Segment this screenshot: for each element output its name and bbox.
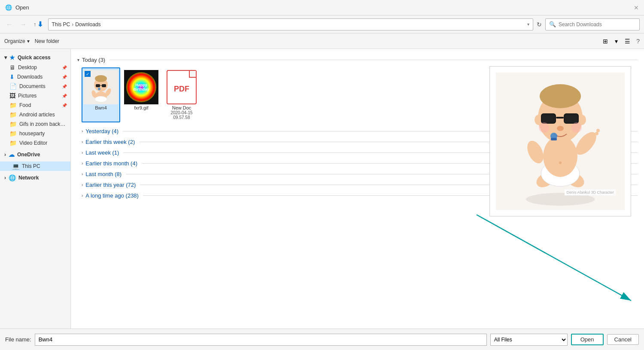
pin-icon-dl: 📌 xyxy=(62,75,67,79)
app-icon: 🌐 xyxy=(5,4,12,11)
today-group-header[interactable]: ▾ Today (3) xyxy=(77,56,638,64)
search-icon: 🔍 xyxy=(549,21,556,27)
long-ago-label: A long time ago (238) xyxy=(85,192,139,199)
network-label: Network xyxy=(18,175,39,181)
svg-rect-5 xyxy=(96,84,100,87)
teal-arrow-svg xyxy=(472,210,644,305)
filename-input[interactable] xyxy=(35,334,487,346)
forward-button[interactable]: → xyxy=(18,20,28,29)
food-folder-icon: 📁 xyxy=(9,102,17,109)
desktop-icon: 🖥 xyxy=(9,64,15,71)
actionbar: Organize ▾ New folder ⊞ ▾ ☰ ? xyxy=(0,33,644,49)
svg-rect-31 xyxy=(542,114,555,123)
organize-arrow: ▾ xyxy=(27,38,30,44)
thispc-label: This PC xyxy=(22,163,67,169)
earlier-week-chevron: › xyxy=(82,140,83,144)
open-button[interactable]: Open xyxy=(571,334,604,345)
baby-preview-panel: Denis Alankul 3D Character xyxy=(489,66,631,216)
earlier-week-label: Earlier this week (2) xyxy=(85,139,135,145)
file-item-fxr9[interactable]: HappyBirthday fxr9.gif xyxy=(122,67,161,122)
view-controls: ⊞ ▾ ☰ ? xyxy=(600,36,640,46)
last-week-label: Last week (1) xyxy=(85,149,119,156)
sidebar-item-desktop-label: Desktop xyxy=(18,64,59,70)
refresh-button[interactable]: ↻ xyxy=(537,21,542,28)
network-chevron: › xyxy=(4,175,6,181)
filetype-select[interactable]: All Files xyxy=(490,334,568,346)
breadcrumb-dropdown-icon[interactable]: ▾ xyxy=(527,22,529,27)
thispc-section: 💻 This PC xyxy=(0,161,70,171)
search-input[interactable] xyxy=(559,21,636,27)
quick-access-chevron: ▾ xyxy=(4,55,7,61)
gifs-folder-icon: 📁 xyxy=(9,121,17,128)
onedrive-chevron: › xyxy=(4,152,6,158)
sidebar-item-videoeditor[interactable]: 📁 Video Editor xyxy=(0,138,70,148)
earlier-month-chevron: › xyxy=(82,161,83,166)
sidebar-item-gifs[interactable]: 📁 Gifs in zoom backg… xyxy=(0,119,70,129)
network-icon: 🌐 xyxy=(9,174,16,181)
svg-point-22 xyxy=(596,129,600,132)
window-title: Open xyxy=(15,4,29,11)
sidebar-item-pictures[interactable]: 🖼 Pictures 📌 xyxy=(0,91,70,100)
documents-icon: 📄 xyxy=(9,83,17,90)
sidebar-item-houseparty-label: houseparty xyxy=(19,131,67,137)
sidebar-item-thispc[interactable]: 💻 This PC xyxy=(0,161,70,171)
svg-point-38 xyxy=(539,122,549,133)
svg-point-27 xyxy=(560,88,577,100)
onedrive-header[interactable]: › ☁ OneDrive xyxy=(0,149,70,160)
view-dropdown-button[interactable]: ▾ xyxy=(612,36,620,46)
android-folder-icon: 📁 xyxy=(9,111,17,118)
network-section: › 🌐 Network xyxy=(0,173,70,183)
sidebar-item-videoeditor-label: Video Editor xyxy=(19,140,67,146)
network-header[interactable]: › 🌐 Network xyxy=(0,173,70,183)
view-large-icon-button[interactable]: ⊞ xyxy=(600,36,611,46)
file-label-bwn4: Bwn4 xyxy=(95,105,107,110)
svg-point-26 xyxy=(543,88,560,100)
file-sublabel-newdoc: 2020-04-1509.57.58 xyxy=(170,110,192,120)
file-checkbox-bwn4[interactable]: ✓ xyxy=(85,71,91,77)
file-item-bwn4[interactable]: ✓ xyxy=(82,67,120,122)
cancel-button[interactable]: Cancel xyxy=(607,334,639,345)
yesterday-label: Yesterday (4) xyxy=(85,128,118,134)
pin-icon: 📌 xyxy=(62,65,67,70)
quick-access-header[interactable]: ▾ ★ Quick access xyxy=(0,52,70,63)
sidebar-item-android[interactable]: 📁 Android articles xyxy=(0,110,70,119)
new-folder-button[interactable]: New folder xyxy=(35,38,59,44)
sidebar-item-food[interactable]: 📁 Food 📌 xyxy=(0,100,70,110)
sidebar-item-downloads[interactable]: ⬇ Downloads 📌 xyxy=(0,72,70,82)
earlier-year-chevron: › xyxy=(82,183,83,187)
toolbar: ← → ↑ ⬇ This PC › Downloads ▾ ↻ 🔍 xyxy=(0,15,644,33)
today-chevron: ▾ xyxy=(77,58,79,62)
svg-point-2 xyxy=(95,96,107,102)
svg-point-4 xyxy=(95,75,107,82)
pdf-icon: PDF xyxy=(167,70,197,104)
breadcrumb-downloads: Downloads xyxy=(75,21,100,27)
sidebar-item-houseparty[interactable]: 📁 houseparty xyxy=(0,129,70,138)
onedrive-section: › ☁ OneDrive xyxy=(0,149,70,160)
up-button[interactable]: ↑ ⬇ xyxy=(32,19,45,29)
pdf-fold xyxy=(189,71,196,78)
quick-access-section: ▾ ★ Quick access 🖥 Desktop 📌 ⬇ Downloads… xyxy=(0,52,70,148)
sidebar-item-desktop[interactable]: 🖥 Desktop 📌 xyxy=(0,63,70,72)
filename-label: File name: xyxy=(5,336,31,343)
breadcrumb[interactable]: This PC › Downloads ▾ xyxy=(48,18,534,30)
close-icon[interactable]: ✕ xyxy=(634,4,639,11)
sidebar-item-android-label: Android articles xyxy=(19,112,67,118)
svg-rect-37 xyxy=(551,138,557,140)
view-details-button[interactable]: ☰ xyxy=(622,36,633,46)
titlebar: 🌐 Open ✕ xyxy=(0,0,644,15)
svg-point-21 xyxy=(595,132,598,135)
titlebar-title: 🌐 Open xyxy=(5,4,29,11)
sidebar-item-documents[interactable]: 📄 Documents 📌 xyxy=(0,82,70,91)
organize-button[interactable]: Organize ▾ xyxy=(4,38,30,44)
bottom-bar: File name: All Files Open Cancel xyxy=(0,329,644,350)
help-button[interactable]: ? xyxy=(636,38,640,45)
main-layout: ▾ ★ Quick access 🖥 Desktop 📌 ⬇ Downloads… xyxy=(0,49,644,329)
back-button[interactable]: ← xyxy=(4,20,15,29)
video-editor-folder-icon: 📁 xyxy=(9,140,17,146)
search-box: 🔍 xyxy=(545,18,640,30)
svg-point-20 xyxy=(592,134,596,138)
file-item-newdoc[interactable]: PDF New Doc 2020-04-1509.57.58 xyxy=(162,67,201,122)
file-thumb-fxr9: HappyBirthday xyxy=(124,70,158,104)
sidebar-item-food-label: Food xyxy=(19,102,59,108)
sidebar-item-pictures-label: Pictures xyxy=(18,93,59,99)
